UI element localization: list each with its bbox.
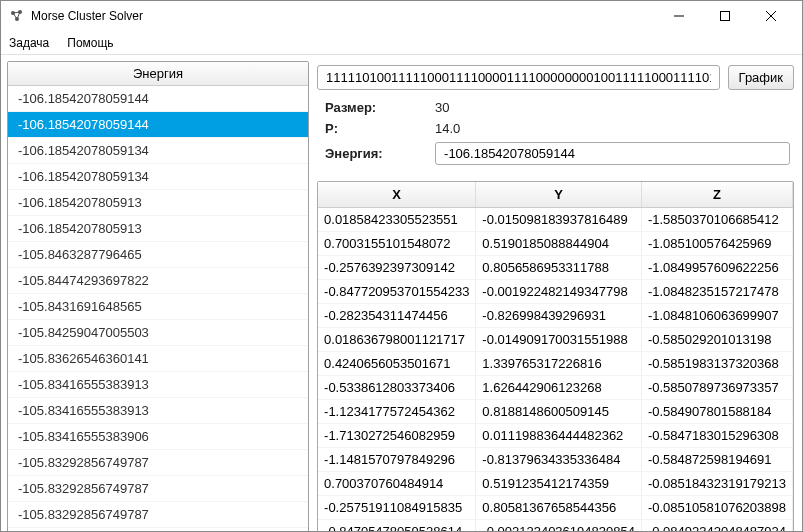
table-cell: -0.08510581076203898 [641, 496, 792, 520]
table-cell: -0.015098183937816489 [476, 208, 642, 232]
energy-item[interactable]: -105.83292856749787 [8, 450, 308, 476]
menu-task[interactable]: Задача [9, 36, 49, 50]
table-cell: -0.81379634335336484 [476, 448, 642, 472]
table-row[interactable]: 0.7003707604849140.5191235412174359-0.08… [318, 472, 792, 496]
table-cell: -0.585029201013198 [641, 328, 792, 352]
menu-help[interactable]: Помощь [67, 36, 113, 50]
energy-item[interactable]: -105.83416555383906 [8, 424, 308, 450]
energy-list[interactable]: -106.18542078059144-106.18542078059144-1… [8, 86, 308, 532]
energy-input[interactable] [435, 142, 790, 165]
table-cell: -1.0848235157217478 [641, 280, 792, 304]
table-cell: -0.826998439296931 [476, 304, 642, 328]
energy-item[interactable]: -105.84474293697822 [8, 268, 308, 294]
table-row[interactable]: -0.25763923973091420.8056586953311788-1.… [318, 256, 792, 280]
table-cell: -0.5338612803373406 [318, 376, 476, 400]
table-cell: 1.626442906123268 [476, 376, 642, 400]
maximize-button[interactable] [702, 1, 748, 31]
table-row[interactable]: -1.12341775724543620.8188148600509145-0.… [318, 400, 792, 424]
coordinates-table[interactable]: X Y Z 0.01858423305523551-0.015098183937… [317, 181, 794, 532]
table-cell: -1.085100576425969 [641, 232, 792, 256]
energy-item[interactable]: -105.83292856749787 [8, 502, 308, 528]
energy-label: Энергия: [325, 146, 435, 161]
energy-item[interactable]: -106.1854207805913 [8, 190, 308, 216]
graph-button[interactable]: График [728, 65, 794, 90]
table-cell: -0.08492342048487924 [641, 520, 792, 533]
table-cell: 0.4240656053501671 [318, 352, 476, 376]
energy-item[interactable]: -105.83626546360141 [8, 346, 308, 372]
table-row[interactable]: 0.018636798001121717-0.01490917003155198… [318, 328, 792, 352]
table-cell: -0.584907801588184 [641, 400, 792, 424]
close-button[interactable] [748, 1, 794, 31]
p-label: P: [325, 121, 435, 136]
table-cell: -0.5851983137320368 [641, 352, 792, 376]
svg-rect-7 [721, 12, 730, 21]
energy-item[interactable]: -106.18542078059144 [8, 112, 308, 138]
table-cell: 0.8188148600509145 [476, 400, 642, 424]
table-row[interactable]: -1.71302725460829590.011198836444482362-… [318, 424, 792, 448]
table-cell: 0.5191235412174359 [476, 472, 642, 496]
table-row[interactable]: -0.84705478059528614-0.00212340361948308… [318, 520, 792, 533]
table-cell: -0.2576392397309142 [318, 256, 476, 280]
table-cell: -1.1481570797849296 [318, 448, 476, 472]
table-cell: 0.7003155101548072 [318, 232, 476, 256]
menu-bar: Задача Помощь [1, 31, 802, 55]
energy-item[interactable]: -106.18542078059144 [8, 86, 308, 112]
col-y[interactable]: Y [476, 182, 642, 208]
energy-item[interactable]: -106.18542078059134 [8, 164, 308, 190]
table-cell: 0.80581367658544356 [476, 496, 642, 520]
table-cell: -0.001922482149347798 [476, 280, 642, 304]
table-cell: -1.0849957609622256 [641, 256, 792, 280]
energy-item[interactable]: -105.83292856749785 [8, 528, 308, 532]
table-cell: 0.011198836444482362 [476, 424, 642, 448]
table-row[interactable]: -0.282354311474456-0.826998439296931-1.0… [318, 304, 792, 328]
col-z[interactable]: Z [641, 182, 792, 208]
p-value: 14.0 [435, 121, 460, 136]
details-panel: График Размер: 30 P: 14.0 Энергия: X Y Z [317, 65, 794, 532]
table-cell: -0.5850789736973357 [641, 376, 792, 400]
size-value: 30 [435, 100, 449, 115]
table-cell: -0.25751911084915835 [318, 496, 476, 520]
col-x[interactable]: X [318, 182, 476, 208]
table-cell: 0.01858423305523551 [318, 208, 476, 232]
energy-item[interactable]: -105.83416555383913 [8, 398, 308, 424]
table-row[interactable]: 0.01858423305523551-0.015098183937816489… [318, 208, 792, 232]
app-icon [9, 8, 25, 24]
table-row[interactable]: -0.847720953701554233-0.0019224821493477… [318, 280, 792, 304]
table-cell: -0.014909170031551988 [476, 328, 642, 352]
table-cell: 1.339765317226816 [476, 352, 642, 376]
table-cell: -0.847720953701554233 [318, 280, 476, 304]
bitstring-input[interactable] [317, 65, 720, 90]
energy-item[interactable]: -105.8431691648565 [8, 294, 308, 320]
size-label: Размер: [325, 100, 435, 115]
table-cell: -0.84705478059528614 [318, 520, 476, 533]
energy-item[interactable]: -105.83416555383913 [8, 372, 308, 398]
table-cell: -1.1234177572454362 [318, 400, 476, 424]
table-row[interactable]: -0.53386128033734061.626442906123268-0.5… [318, 376, 792, 400]
table-row[interactable]: -0.257519110849158350.80581367658544356-… [318, 496, 792, 520]
energy-header: Энергия [8, 62, 308, 86]
energy-item[interactable]: -105.83292856749787 [8, 476, 308, 502]
table-cell: 0.8056586953311788 [476, 256, 642, 280]
energy-item[interactable]: -106.1854207805913 [8, 216, 308, 242]
table-cell: -0.282354311474456 [318, 304, 476, 328]
title-bar: Morse Cluster Solver [1, 1, 802, 31]
minimize-button[interactable] [656, 1, 702, 31]
energy-item[interactable]: -106.18542078059134 [8, 138, 308, 164]
table-cell: -1.0848106063699907 [641, 304, 792, 328]
svg-line-4 [13, 13, 17, 19]
table-cell: -0.08518432319179213 [641, 472, 792, 496]
energy-panel: Энергия -106.18542078059144-106.18542078… [7, 61, 309, 532]
table-row[interactable]: 0.70031551015480720.5190185088844904-1.0… [318, 232, 792, 256]
window-title: Morse Cluster Solver [31, 9, 143, 23]
table-cell: -0.584872598194691 [641, 448, 792, 472]
energy-item[interactable]: -105.84259047005503 [8, 320, 308, 346]
energy-item[interactable]: -105.8463287796465 [8, 242, 308, 268]
table-cell: 0.700370760484914 [318, 472, 476, 496]
table-cell: -1.5850370106685412 [641, 208, 792, 232]
table-cell: -1.7130272546082959 [318, 424, 476, 448]
table-cell: 0.5190185088844904 [476, 232, 642, 256]
table-row[interactable]: 0.42406560535016711.339765317226816-0.58… [318, 352, 792, 376]
table-cell: -0.0021234036194830854 [476, 520, 642, 533]
table-cell: -0.5847183015296308 [641, 424, 792, 448]
table-row[interactable]: -1.1481570797849296-0.81379634335336484-… [318, 448, 792, 472]
